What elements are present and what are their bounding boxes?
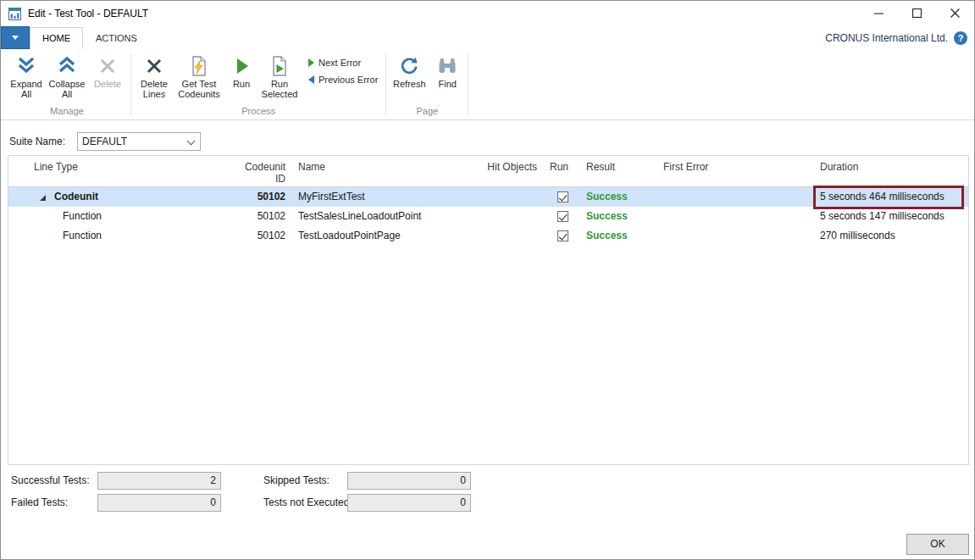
column-header-line-type[interactable]: Line Type <box>34 161 78 173</box>
previous-error-icon <box>308 75 314 84</box>
refresh-label: Refresh <box>393 79 426 89</box>
column-header-codeunit-line2: ID <box>203 173 285 185</box>
delete-lines-button[interactable]: Delete Lines <box>134 51 175 99</box>
group-separator <box>385 53 386 115</box>
expand-all-icon <box>15 53 37 79</box>
refresh-icon <box>398 53 420 79</box>
find-icon <box>436 53 458 79</box>
ok-button[interactable]: OK <box>906 534 969 555</box>
cell-name: MyFirstExtTest <box>298 187 365 207</box>
column-header-codeunit-id[interactable]: Codeunit ID <box>203 161 285 185</box>
chevron-down-icon <box>187 137 196 146</box>
previous-error-button[interactable]: Previous Error <box>308 75 378 85</box>
ribbon-group-manage: Expand All Collapse All Delete Manage <box>6 51 128 119</box>
delete-lines-label: Delete Lines <box>134 79 175 99</box>
get-test-codeunits-icon <box>188 53 210 79</box>
failed-tests-field: 0 <box>97 494 221 512</box>
test-lines-grid: Line Type Codeunit ID Name Hit Objects R… <box>8 155 969 465</box>
suite-filter-row: Suite Name: DEFAULT <box>9 132 201 151</box>
find-button[interactable]: Find <box>429 51 465 89</box>
successful-tests-label: Successful Tests: <box>11 472 89 490</box>
ribbon: Expand All Collapse All Delete Manage <box>1 49 974 120</box>
titlebar: Edit - Test Tool - DEFAULT <box>1 1 974 26</box>
company-name: CRONUS International Ltd. <box>825 32 954 44</box>
error-nav-buttons: Next Error Previous Error <box>300 51 383 85</box>
delete-button: Delete <box>87 51 128 89</box>
next-error-icon <box>308 58 314 67</box>
cell-name: TestSalesLineLoadoutPoint <box>298 207 421 226</box>
window-controls <box>860 1 974 25</box>
tab-actions[interactable]: ACTIONS <box>83 27 150 49</box>
run-button[interactable]: Run <box>224 51 259 89</box>
expanded-node-icon[interactable] <box>40 195 46 201</box>
next-error-label: Next Error <box>319 58 361 68</box>
run-label: Run <box>233 79 250 89</box>
maximize-button[interactable] <box>898 1 936 25</box>
column-header-name[interactable]: Name <box>298 161 325 173</box>
cell-codeunit-id: 50102 <box>203 207 285 226</box>
get-test-codeunits-label: Get Test Codeunits <box>175 79 224 99</box>
tests-not-executed-label: Tests not Executed: <box>263 494 352 512</box>
cell-name: TestLoadoutPointPage <box>298 226 401 246</box>
cell-duration: 5 seconds 147 milliseconds <box>820 207 945 226</box>
table-row-codeunit[interactable]: Codeunit 50102 MyFirstExtTest Success 5 … <box>8 187 968 207</box>
run-checkbox[interactable] <box>557 211 568 222</box>
failed-tests-label: Failed Tests: <box>11 494 68 512</box>
run-checkbox[interactable] <box>557 230 568 241</box>
refresh-button[interactable]: Refresh <box>389 51 429 89</box>
tests-not-executed-field: 0 <box>347 494 471 512</box>
app-icon <box>8 7 22 20</box>
cell-line-type: Function <box>63 207 102 226</box>
successful-tests-field: 2 <box>97 472 221 490</box>
window-title: Edit - Test Tool - DEFAULT <box>28 8 148 19</box>
cell-line-type: Function <box>63 226 102 246</box>
ribbon-group-process: Delete Lines Get Test Codeunits Run <box>134 51 383 119</box>
column-header-result[interactable]: Result <box>586 161 615 173</box>
column-header-duration[interactable]: Duration <box>820 161 858 173</box>
suite-name-value: DEFAULT <box>82 136 127 147</box>
collapse-all-label: Collapse All <box>47 79 87 99</box>
group-label-manage: Manage <box>6 104 128 119</box>
skipped-tests-field: 0 <box>347 472 471 490</box>
grid-header: Line Type Codeunit ID Name Hit Objects R… <box>8 156 968 187</box>
suite-name-label: Suite Name: <box>9 136 65 147</box>
delete-lines-icon <box>144 53 164 79</box>
get-test-codeunits-button[interactable]: Get Test Codeunits <box>175 51 224 99</box>
expand-all-button[interactable]: Expand All <box>6 51 47 99</box>
cell-codeunit-id: 50102 <box>203 187 285 207</box>
delete-label: Delete <box>94 79 121 89</box>
cell-duration: 270 milliseconds <box>820 226 895 246</box>
column-header-run[interactable]: Run <box>550 161 568 173</box>
collapse-all-button[interactable]: Collapse All <box>47 51 87 99</box>
cell-result: Success <box>586 187 628 207</box>
run-selected-button[interactable]: Run Selected <box>259 51 300 99</box>
cell-result: Success <box>586 207 628 226</box>
minimize-button[interactable] <box>860 1 898 25</box>
table-row-function[interactable]: Function 50102 TestSalesLineLoadoutPoint… <box>8 207 968 226</box>
app-menu-button[interactable] <box>1 26 30 49</box>
column-header-hit-objects[interactable]: Hit Objects <box>452 161 537 173</box>
expand-all-label: Expand All <box>6 79 47 99</box>
delete-icon <box>97 53 118 79</box>
collapse-all-icon <box>56 53 78 79</box>
group-label-process: Process <box>134 104 383 119</box>
ribbon-tab-row: HOME ACTIONS CRONUS International Ltd. <box>1 26 974 49</box>
group-separator <box>130 53 131 115</box>
suite-name-select[interactable]: DEFAULT <box>77 132 201 151</box>
next-error-button[interactable]: Next Error <box>308 58 378 68</box>
help-icon[interactable] <box>954 31 967 45</box>
column-header-codeunit-line1: Codeunit <box>203 161 285 173</box>
cell-result: Success <box>586 226 628 246</box>
column-header-first-error[interactable]: First Error <box>663 161 708 173</box>
table-row-function[interactable]: Function 50102 TestLoadoutPointPage Succ… <box>8 226 968 246</box>
cell-line-type: Codeunit <box>54 187 98 207</box>
cell-duration: 5 seconds 464 milliseconds <box>820 187 945 207</box>
app-window: Edit - Test Tool - DEFAULT HOME ACTIONS … <box>0 0 975 560</box>
run-selected-label: Run Selected <box>259 79 300 99</box>
cell-codeunit-id: 50102 <box>203 226 285 246</box>
run-checkbox[interactable] <box>557 191 568 202</box>
find-label: Find <box>439 79 457 89</box>
tab-home[interactable]: HOME <box>30 27 83 49</box>
group-label-page: Page <box>389 104 465 119</box>
close-button[interactable] <box>936 1 974 25</box>
